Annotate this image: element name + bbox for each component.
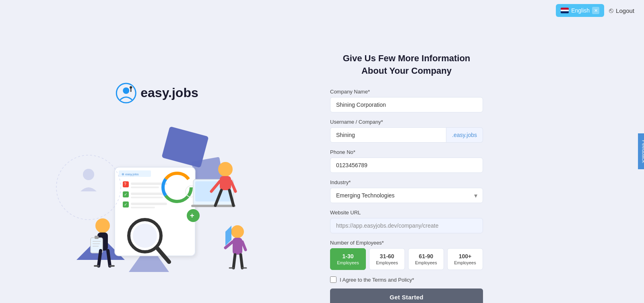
svg-rect-44	[95, 236, 99, 239]
emp-label-4: Employees	[450, 260, 480, 266]
website-group: Website URL	[330, 210, 483, 233]
svg-text:✓: ✓	[124, 202, 127, 207]
illustration-area: easy.jobs ⊕ easy.jobs ?	[52, 75, 262, 276]
svg-rect-21	[131, 203, 167, 205]
logo-text: easy.jobs	[140, 85, 198, 100]
emp-label-3: Employees	[411, 260, 441, 266]
phone-input[interactable]	[330, 158, 483, 173]
emp-label-1: Employees	[333, 260, 363, 266]
get-started-button[interactable]: Get Started	[330, 288, 483, 303]
svg-rect-34	[191, 205, 235, 207]
company-name-label: Company Name*	[330, 89, 483, 95]
svg-line-57	[241, 255, 242, 268]
svg-line-56	[233, 255, 235, 268]
industry-select-wrapper: Emerging Technologies Software Finance H…	[330, 188, 483, 203]
username-suffix: .easy.jobs	[446, 127, 483, 143]
phone-group: Phone No*	[330, 149, 483, 173]
us-flag-icon	[561, 8, 569, 13]
logout-icon: ⎋	[609, 6, 613, 15]
logo-area: easy.jobs	[116, 83, 198, 104]
website-label: Website URL	[330, 210, 483, 216]
emp-range-1: 1-30	[333, 253, 363, 260]
svg-text:⊕ easy.jobs: ⊕ easy.jobs	[122, 172, 138, 176]
left-panel: easy.jobs ⊕ easy.jobs ?	[0, 28, 314, 303]
username-group: Username / Company* .easy.jobs	[330, 119, 483, 143]
svg-line-49	[108, 251, 110, 266]
right-panel: Give Us Few More Information About Your …	[314, 28, 644, 303]
svg-text:✓: ✓	[124, 192, 127, 197]
employees-label: Number of Employees*	[330, 240, 483, 246]
svg-point-41	[95, 218, 110, 233]
logout-label: Logout	[616, 7, 634, 14]
company-name-group: Company Name*	[330, 89, 483, 112]
username-input[interactable]	[330, 127, 446, 143]
svg-rect-13	[131, 183, 167, 185]
phone-label: Phone No*	[330, 149, 483, 155]
svg-point-62	[83, 169, 94, 180]
main-layout: easy.jobs ⊕ easy.jobs ?	[0, 0, 644, 303]
topbar: English ✕ ⎋ Logout	[546, 0, 644, 21]
svg-text:+: +	[190, 212, 194, 220]
industry-group: Industry* Emerging Technologies Software…	[330, 179, 483, 203]
employee-options-group: 1-30 Employees 31-60 Employees 61-90 Emp…	[330, 248, 483, 270]
username-input-group: .easy.jobs	[330, 127, 483, 143]
form-container: Give Us Few More Information About Your …	[330, 52, 483, 303]
svg-rect-17	[131, 193, 167, 195]
svg-rect-22	[131, 207, 155, 208]
industry-select[interactable]: Emerging Technologies Software Finance H…	[330, 188, 483, 203]
terms-checkbox[interactable]	[330, 276, 336, 283]
employee-btn-100-plus[interactable]: 100+ Employees	[447, 248, 483, 270]
terms-text: I Agree to the Terms and Policy*	[340, 277, 414, 283]
logout-button[interactable]: ⎋ Logout	[609, 6, 634, 15]
terms-row: I Agree to the Terms and Policy*	[330, 276, 483, 283]
language-button[interactable]: English ✕	[556, 4, 604, 17]
feedback-tab[interactable]: Feedback	[638, 133, 644, 169]
emp-range-4: 100+	[450, 253, 480, 260]
form-title: Give Us Few More Information About Your …	[330, 52, 483, 77]
svg-line-55	[242, 242, 246, 250]
svg-rect-8	[115, 167, 195, 256]
svg-rect-53	[233, 238, 242, 255]
svg-rect-14	[131, 187, 159, 188]
industry-label: Industry*	[330, 179, 483, 185]
svg-point-30	[133, 224, 157, 248]
svg-rect-36	[220, 176, 231, 190]
employee-btn-31-60[interactable]: 31-60 Employees	[369, 248, 405, 270]
language-close-icon[interactable]: ✕	[592, 7, 599, 14]
language-label: English	[571, 7, 590, 14]
website-input[interactable]	[330, 218, 483, 233]
employee-btn-61-90[interactable]: 61-90 Employees	[408, 248, 444, 270]
svg-line-48	[99, 251, 101, 266]
username-label: Username / Company*	[330, 119, 483, 125]
svg-point-1	[123, 87, 129, 94]
illustration-svg: ⊕ easy.jobs ? ✓ ✓	[52, 107, 262, 276]
employee-btn-1-30[interactable]: 1-30 Employees	[330, 248, 366, 270]
svg-point-52	[231, 225, 244, 238]
emp-label-2: Employees	[372, 260, 402, 266]
emp-range-2: 31-60	[372, 253, 402, 260]
company-name-input[interactable]	[330, 97, 483, 112]
svg-text:?: ?	[124, 182, 126, 187]
easyjobs-logo-icon	[116, 83, 136, 104]
svg-rect-18	[131, 197, 163, 198]
svg-point-35	[218, 162, 233, 176]
employees-group: Number of Employees* 1-30 Employees 31-6…	[330, 240, 483, 270]
emp-range-3: 61-90	[411, 253, 441, 260]
